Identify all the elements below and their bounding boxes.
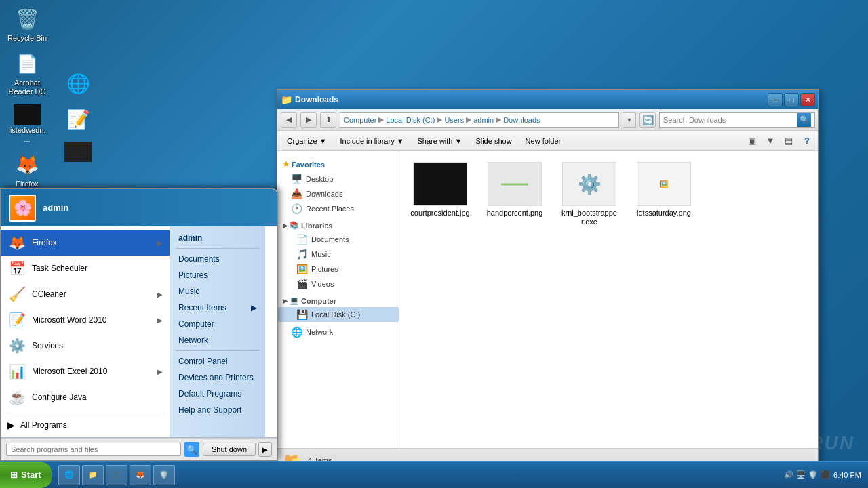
right-control-panel[interactable]: Control Panel [170,353,265,369]
firefox-label: Firefox [16,180,39,188]
view-dropdown-button[interactable]: ▼ [762,133,778,149]
taskbar-media[interactable]: 🎵 [106,465,127,485]
path-admin[interactable]: admin [473,116,494,124]
start-menu-excel[interactable]: 📊 Microsoft Excel 2010 ▶ [1,359,170,384]
chrome-icon[interactable]: 🌐 [54,68,102,100]
acrobat-icon[interactable]: 📄 Acrobat Reader DC [3,48,51,98]
recycle-bin-icon[interactable]: 🗑️ Recycle Bin [3,3,51,45]
file-item-krnl[interactable]: ⚙️ krnl_bootstrapper.exe [555,158,623,230]
taskbar-apps: 🌐 📁 🎵 🦊 🛡️ [55,465,777,485]
libraries-label: Libraries [301,222,332,230]
libraries-header[interactable]: ▶ 📚 Libraries [277,219,399,232]
file-item-lots[interactable]: 🖼️ lotssaturday.png [630,158,698,230]
path-computer[interactable]: Computer [344,116,376,124]
slide-show-button[interactable]: Slide show [469,133,517,149]
start-menu-task-scheduler[interactable]: 📅 Task Scheduler [1,256,170,281]
search-input[interactable] [663,116,797,124]
right-default-programs[interactable]: Default Programs [170,386,265,402]
right-music[interactable]: Music [170,283,265,300]
programs-search-button[interactable]: 🔍 [184,442,199,457]
favorites-header[interactable]: ★ Favorites [277,157,399,171]
path-local-disk[interactable]: Local Disk (C:) [386,116,435,124]
start-menu-ccleaner[interactable]: 🧹 CCleaner ▶ [1,281,170,307]
address-dropdown[interactable]: ▼ [623,112,636,128]
nav-recent-places[interactable]: 🕐 Recent Places [277,201,399,216]
start-menu-java[interactable]: ☕ Configure Java [1,384,170,410]
start-menu-footer: 🔍 Shut down ▶ [1,437,277,460]
nav-local-disk[interactable]: 💾 Local Disk (C:) [277,307,399,322]
programs-search-input[interactable] [6,443,181,456]
close-button[interactable]: ✕ [800,93,815,106]
shutdown-arrow-button[interactable]: ▶ [258,442,272,457]
search-submit-button[interactable]: 🔍 [797,113,811,127]
organize-button[interactable]: Organize ▼ [281,133,333,149]
word-icon[interactable]: 📝 [54,104,102,136]
thumb-lots: 🖼️ [637,162,691,206]
taskbar-ie[interactable]: 🌐 [58,465,80,485]
notification-icon[interactable]: ⬛ [821,470,830,479]
word-start-label: Microsoft Word 2010 [32,315,152,325]
minimize-button[interactable]: ─ [768,93,783,106]
right-devices-printers[interactable]: Devices and Printers [170,369,265,386]
right-documents[interactable]: Documents [170,251,265,267]
right-help-support[interactable]: Help and Support [170,402,265,418]
back-button[interactable]: ◀ [281,112,297,128]
taskbar-security[interactable]: 🛡️ [153,465,175,485]
new-folder-button[interactable]: New folder [519,133,568,149]
shutdown-area: Shut down ▶ [203,442,272,457]
file-name-hand: handpercent.png [487,209,543,218]
listed-icon[interactable]: listedwedn. ... [3,102,51,146]
start-menu-services[interactable]: ⚙️ Services [1,333,170,359]
search-box[interactable]: 🔍 [659,112,815,128]
firefox-desktop-icon[interactable]: 🦊 Firefox [3,149,51,190]
clock[interactable]: 6:40 PM [833,471,861,479]
nav-pictures[interactable]: 🖼️ Pictures [277,262,399,277]
maximize-button[interactable]: □ [784,93,799,106]
taskbar-explorer[interactable]: 📁 [82,465,104,485]
nav-desktop[interactable]: 🖥️ Desktop [277,171,399,186]
shutdown-button[interactable]: Shut down [203,443,256,456]
nav-downloads[interactable]: 📥 Downloads [277,186,399,201]
right-recent-items[interactable]: Recent Items ▶ [170,300,265,316]
refresh-button[interactable]: 🔄 [639,112,656,128]
address-path[interactable]: Computer ▶ Local Disk (C:) ▶ Users ▶ adm… [340,112,619,128]
right-network[interactable]: Network [170,332,265,348]
path-downloads[interactable]: Downloads [503,116,540,124]
right-pictures[interactable]: Pictures [170,267,265,283]
right-computer[interactable]: Computer [170,316,265,332]
up-folder-button[interactable]: ⬆ [320,112,336,128]
desktop-nav-icon: 🖥️ [291,174,302,184]
start-menu-word[interactable]: 📝 Microsoft Word 2010 ▶ [1,307,170,333]
security-tray-icon[interactable]: 🛡️ [808,470,818,479]
window-title: Downloads [295,95,764,104]
nav-network[interactable]: 🌐 Network [277,325,399,340]
computer-header[interactable]: ▶ 💻 Computer [277,294,399,307]
right-admin[interactable]: admin [170,230,265,246]
network-tray-icon[interactable]: 🔊 [784,470,793,479]
path-users[interactable]: Users [444,116,464,124]
volume-tray-icon[interactable]: 🖥️ [796,470,806,479]
forward-button[interactable]: ▶ [300,112,317,128]
nav-desktop-label: Desktop [306,175,333,183]
details-pane-button[interactable]: ▤ [781,133,797,149]
misc-dark-icon[interactable] [54,140,102,165]
listed-img [14,104,41,125]
downloads-nav-icon: 📥 [291,188,302,199]
computer-expand-icon: ▶ [283,298,288,304]
preview-pane-button[interactable]: ▣ [744,133,760,149]
slide-show-label: Slide show [475,137,511,145]
user-avatar: 🌸 [9,195,36,222]
file-item-hand[interactable]: handpercent.png [481,158,549,230]
nav-videos[interactable]: 🎬 Videos [277,277,399,291]
windows-logo: ⊞ [10,470,18,480]
all-programs-item[interactable]: ▶ All Programs [1,416,170,434]
start-button[interactable]: ⊞ Start [0,462,52,488]
taskbar-firefox[interactable]: 🦊 [130,465,151,485]
nav-documents[interactable]: 📄 Documents [277,232,399,247]
file-item-court[interactable]: courtpresident.jpg [406,158,474,230]
include-library-button[interactable]: Include in library ▼ [334,133,410,149]
share-with-button[interactable]: Share with ▼ [412,133,469,149]
nav-music[interactable]: 🎵 Music [277,247,399,262]
start-menu-firefox[interactable]: 🦊 Firefox ▶ [1,230,170,256]
help-button[interactable]: ? [799,133,815,149]
